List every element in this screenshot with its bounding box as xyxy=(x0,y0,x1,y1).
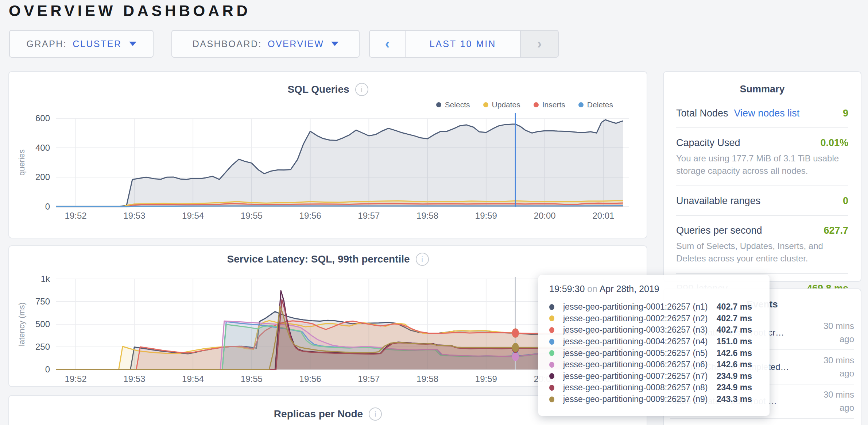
y-axis-tick-label: 500 xyxy=(35,319,50,329)
summary-panel: Summary Total NodesView nodes list9Capac… xyxy=(663,71,861,282)
x-axis-tick-label: 19:53 xyxy=(123,374,145,384)
tooltip-row-2: jesse-geo-partitioning-0002:26257 (n2)40… xyxy=(549,313,752,325)
summary-row-value: 627.7 xyxy=(824,225,848,236)
event-timestamp: 30 mins ago xyxy=(811,319,854,346)
tooltip-node-name: jesse-geo-partitioning-0005:26257 (n5) xyxy=(563,348,708,358)
x-axis-tick-label: 19:57 xyxy=(358,211,380,221)
summary-row-subtext: You are using 177.7 MiB of 3.1 TiB usabl… xyxy=(676,152,848,177)
dashboard-dropdown[interactable]: DASHBOARD: OVERVIEW xyxy=(171,30,360,58)
x-axis-tick-label: 19:58 xyxy=(416,211,438,221)
chart-tooltip: 19:59:30 on Apr 28th, 2019 jesse-geo-par… xyxy=(538,275,770,416)
series-dot-icon xyxy=(549,304,554,310)
series-dot-icon xyxy=(549,350,554,356)
chevron-down-icon xyxy=(331,42,338,46)
summary-row-line: Queries per second627.7 xyxy=(676,225,848,236)
y-axis-tick-label: 600 xyxy=(35,113,50,123)
summary-row-label: Queries per second xyxy=(676,225,762,236)
time-prev-button[interactable]: ‹ xyxy=(369,30,406,58)
summary-row-label: Total Nodes xyxy=(676,108,728,119)
graph-dropdown[interactable]: GRAPH: CLUSTER xyxy=(9,30,154,58)
tooltip-header: 19:59:30 on Apr 28th, 2019 xyxy=(549,284,752,294)
x-axis-tick-label: 19:56 xyxy=(299,211,321,221)
summary-row-line: Capacity Used0.01% xyxy=(676,137,848,149)
chevron-down-icon xyxy=(129,42,136,46)
summary-row-line: Total NodesView nodes list9 xyxy=(676,108,848,119)
tooltip-time: 19:59:30 xyxy=(549,284,585,294)
chevron-left-icon: ‹ xyxy=(385,37,390,51)
summary-row-value: 0.01% xyxy=(820,137,848,149)
y-axis-tick-label: 400 xyxy=(35,143,50,153)
view-nodes-list-link[interactable]: View nodes list xyxy=(734,108,800,119)
summary-row-2: Unavailable ranges0 xyxy=(676,186,848,216)
tooltip-node-name: jesse-geo-partitioning-0003:26257 (n3) xyxy=(563,325,708,335)
series-area xyxy=(56,120,623,207)
tooltip-conjunction: on xyxy=(587,284,599,294)
event-timestamp: 30 mins ago xyxy=(811,354,854,380)
dashboard-dropdown-value: OVERVIEW xyxy=(268,39,324,49)
summary-row-0: Total NodesView nodes list9 xyxy=(676,99,848,128)
tooltip-node-name: jesse-geo-partitioning-0007:26257 (n7) xyxy=(563,371,708,381)
y-axis-tick-label: 750 xyxy=(35,296,50,306)
time-next-button[interactable]: › xyxy=(520,30,559,58)
tooltip-date: Apr 28th, 2019 xyxy=(600,284,659,294)
x-axis-tick-label: 19:52 xyxy=(65,211,87,221)
tooltip-row-5: jesse-geo-partitioning-0005:26257 (n5)14… xyxy=(549,347,752,359)
x-axis-tick-label: 20:01 xyxy=(592,211,614,221)
x-axis-tick-label: 19:58 xyxy=(416,374,438,384)
crosshair-dot-icon xyxy=(512,329,519,338)
x-axis-tick-label: 19:53 xyxy=(123,211,145,221)
tooltip-node-value: 142.6 ms xyxy=(717,348,752,358)
event-timestamp: 30 mins ago xyxy=(811,388,854,414)
y-axis-title: latency (ms) xyxy=(17,302,26,346)
graph-dropdown-value: CLUSTER xyxy=(73,39,121,49)
tooltip-node-value: 243.3 ms xyxy=(717,394,752,404)
y-axis-tick-label: 200 xyxy=(35,172,50,182)
series-dot-icon xyxy=(549,385,554,391)
x-axis-tick-label: 19:59 xyxy=(475,374,497,384)
summary-rows: Total NodesView nodes list9Capacity Used… xyxy=(664,95,861,303)
x-axis-tick-label: 19:59 xyxy=(475,211,497,221)
tooltip-node-name: jesse-geo-partitioning-0009:26257 (n9) xyxy=(563,394,708,404)
page-title: OVERVIEW DASHBOARD xyxy=(9,2,251,20)
tooltip-node-value: 402.7 ms xyxy=(717,302,752,312)
y-axis-tick-label: 250 xyxy=(35,342,50,352)
summary-row-value: 9 xyxy=(843,108,848,119)
series-dot-icon xyxy=(549,362,554,368)
crosshair-dot-icon xyxy=(512,352,519,361)
summary-row-3: Queries per second627.7Sum of Selects, U… xyxy=(676,216,848,274)
x-axis-tick-label: 19:54 xyxy=(182,211,204,221)
tooltip-node-name: jesse-geo-partitioning-0006:26257 (n6) xyxy=(563,360,708,370)
info-icon[interactable]: i xyxy=(369,407,382,421)
tooltip-node-value: 151.0 ms xyxy=(717,337,752,346)
tooltip-node-value: 402.7 ms xyxy=(717,325,752,335)
event-timestamp: 30 mins ago xyxy=(811,422,854,425)
overview-dashboard-page: OVERVIEW DASHBOARD GRAPH: CLUSTER DASHBO… xyxy=(0,0,868,425)
tooltip-node-value: 402.7 ms xyxy=(717,314,752,323)
x-axis-tick-label: 19:52 xyxy=(65,374,87,384)
tooltip-node-name: jesse-geo-partitioning-0004:26257 (n4) xyxy=(563,337,708,346)
tooltip-node-value: 234.9 ms xyxy=(717,383,752,393)
x-axis-tick-label: 19:56 xyxy=(299,374,321,384)
summary-row-value: 0 xyxy=(843,195,848,207)
tooltip-row-6: jesse-geo-partitioning-0006:26257 (n6)14… xyxy=(549,359,752,371)
x-axis-tick-label: 20:00 xyxy=(534,211,556,221)
y-axis-tick-label: 0 xyxy=(45,364,50,374)
chart-title-text: Replicas per Node xyxy=(274,408,363,420)
summary-row-label: Capacity Used xyxy=(676,137,740,149)
x-axis-tick-label: 19:57 xyxy=(358,374,380,384)
crosshair-dot-icon xyxy=(512,343,519,352)
chevron-right-icon: › xyxy=(537,37,542,51)
tooltip-node-name: jesse-geo-partitioning-0008:26257 (n8) xyxy=(563,383,708,393)
tooltip-node-value: 142.6 ms xyxy=(717,360,752,370)
event-row-3: Table Created: User root cr…30 mins ago xyxy=(670,418,854,425)
series-dot-icon xyxy=(549,339,554,345)
tooltip-node-name: jesse-geo-partitioning-0002:26257 (n2) xyxy=(563,314,708,323)
tooltip-row-1: jesse-geo-partitioning-0001:26257 (n1)40… xyxy=(549,301,752,313)
summary-title: Summary xyxy=(664,72,861,95)
x-axis-tick-label: 19:55 xyxy=(241,211,263,221)
series-dot-icon xyxy=(549,397,554,402)
sql-queries-card: SQL Queries i SelectsUpdatesInsertsDelet… xyxy=(8,71,647,238)
y-axis-tick-label: 1k xyxy=(41,274,50,284)
time-range-selector: ‹ LAST 10 MIN › xyxy=(369,30,559,58)
time-range-display[interactable]: LAST 10 MIN xyxy=(405,30,521,58)
